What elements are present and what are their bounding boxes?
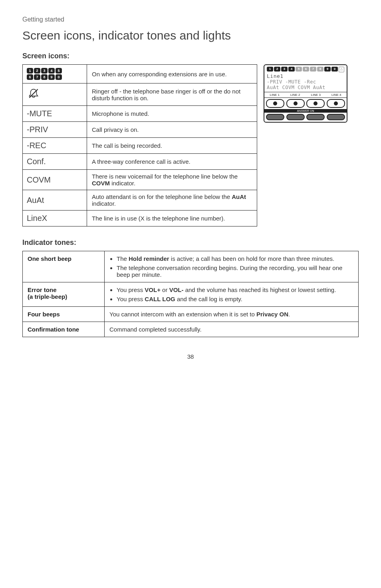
line-button-row xyxy=(264,97,347,109)
answer-on-bar: ANSWER ON xyxy=(264,109,347,113)
ringer-off-icon xyxy=(27,93,40,102)
icon-description: The line is in use (X is the telephone l… xyxy=(87,211,257,226)
lcd-ext-pill: 2 xyxy=(274,67,280,72)
line-label: LINE 1 xyxy=(264,92,285,97)
bottom-button xyxy=(306,114,325,120)
top-breadcrumb: Getting started xyxy=(22,16,359,23)
tone-description: The Hold reminder is active; a call has … xyxy=(105,251,359,282)
bottom-button xyxy=(327,114,345,120)
lcd-flags2: AuAt COVM COVM AuAt xyxy=(267,85,344,90)
phone-display-illustration: 1234567890△ Line1 -PRIV -MUTE -Rec AuAt … xyxy=(264,64,347,123)
page-number: 38 xyxy=(0,353,381,360)
tone-name: One short beep xyxy=(23,251,105,282)
lcd-flags1: -PRIV -MUTE -Rec xyxy=(267,79,344,85)
screen-icons-heading: Screen icons: xyxy=(22,52,359,60)
lcd-ext-pill: 5 xyxy=(296,67,302,72)
bottom-button-row xyxy=(264,113,347,122)
screen-icons-table: 1234567890On when any corresponding exte… xyxy=(22,64,257,226)
line-button xyxy=(306,99,325,108)
indicator-tones-heading: Indicator tones: xyxy=(22,238,359,247)
tone-description: You cannot intercom with an extension wh… xyxy=(105,307,359,322)
icon-description: The call is being recorded. xyxy=(87,138,257,154)
icon-key: COVM xyxy=(23,170,87,190)
line-button xyxy=(286,99,305,108)
icon-description: Call privacy is on. xyxy=(87,122,257,138)
tone-name: Confirmation tone xyxy=(23,322,105,337)
line-button xyxy=(327,99,345,108)
lcd-ext-pill: 8 xyxy=(317,67,323,72)
icon-description: Ringer off - the telephone base ringer i… xyxy=(87,83,257,106)
line-label: LINE 3 xyxy=(306,92,326,97)
icon-description: There is new voicemail for the telephone… xyxy=(87,170,257,190)
icon-key: -MUTE xyxy=(23,106,87,122)
lcd-ext-pill: 7 xyxy=(310,67,316,72)
line-button xyxy=(266,99,284,108)
tone-item: The telephone conversation recording beg… xyxy=(117,264,353,278)
icon-description: A three-way conference call is active. xyxy=(87,154,257,170)
tone-description: Command completed successfully. xyxy=(105,322,359,337)
lcd-ext-pill: 9 xyxy=(324,67,331,72)
lcd-ext-pill: 3 xyxy=(281,67,288,72)
tone-name: Error tone (a triple-beep) xyxy=(23,282,105,307)
lcd-ext-pill: 1 xyxy=(267,67,273,72)
lcd-ext-pill: 0 xyxy=(331,67,338,72)
tone-item: You press VOL+ or VOL- and the volume ha… xyxy=(117,286,353,293)
extensions-icon: 1234567890 xyxy=(27,68,83,80)
bottom-button xyxy=(286,114,305,120)
lcd-ext-pill: 4 xyxy=(288,67,295,72)
tone-item: The Hold reminder is active; a call has … xyxy=(117,255,353,262)
icon-key: 1234567890 xyxy=(23,65,87,83)
icon-key: -REC xyxy=(23,138,87,154)
tone-item: You press CALL LOG and the call log is e… xyxy=(117,296,353,302)
lcd-ext-pill: 6 xyxy=(303,67,309,72)
tone-name: Four beeps xyxy=(23,307,105,322)
tone-description: You press VOL+ or VOL- and the volume ha… xyxy=(105,282,359,307)
icon-description: Auto attendant is on for the telephone l… xyxy=(87,190,257,211)
icon-key: AuAt xyxy=(23,190,87,211)
icon-key: -PRIV xyxy=(23,122,87,138)
icon-key: LineX xyxy=(23,211,87,226)
line-label: LINE 2 xyxy=(285,92,306,97)
icon-key xyxy=(23,83,87,106)
lcd-bell-icon: △ xyxy=(339,67,344,72)
icon-description: On when any corresponding extensions are… xyxy=(87,65,257,83)
bottom-button xyxy=(266,114,284,120)
line-label: LINE 4 xyxy=(326,92,347,97)
page-title: Screen icons, indicator tones and lights xyxy=(22,29,359,42)
icon-description: Microphone is muted. xyxy=(87,106,257,122)
indicator-tones-table: One short beepThe Hold reminder is activ… xyxy=(22,251,359,337)
icon-key: Conf. xyxy=(23,154,87,170)
lcd-line1: Line1 xyxy=(267,73,344,79)
